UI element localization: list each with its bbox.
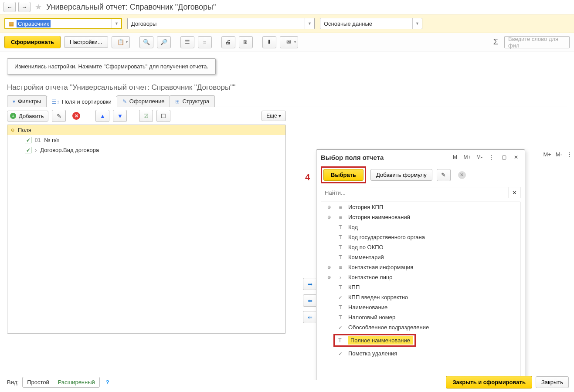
close-button[interactable]: Закрыть: [536, 376, 569, 380]
tree-row[interactable]: ✓01№ п/п: [7, 135, 285, 145]
filter-icon: ▾: [13, 98, 15, 105]
view-simple-button[interactable]: Простой: [23, 377, 54, 380]
close-icon[interactable]: ✕: [512, 153, 520, 161]
sigma-icon[interactable]: Σ: [493, 37, 498, 47]
field-row[interactable]: TКомментарий: [321, 252, 520, 262]
add-formula-button[interactable]: Добавить формулу: [370, 169, 432, 181]
collapse-all-button[interactable]: ≡: [198, 36, 212, 48]
field-row[interactable]: TКод по ОКПО: [321, 242, 520, 252]
object-combo[interactable]: Договоры ▼: [127, 18, 315, 29]
field-label: Полное наименование: [348, 336, 413, 345]
delete-field-button[interactable]: ✕: [69, 110, 83, 122]
variants-button[interactable]: 📋: [112, 36, 130, 48]
save-button[interactable]: ⬇: [262, 36, 276, 48]
tab-fields-sorting[interactable]: ☰↕Поля и сортировки: [46, 96, 117, 107]
check-type-icon: ✓: [337, 294, 344, 301]
field-label: Обособленное подразделение: [348, 324, 429, 331]
field-row[interactable]: TПолное наименование: [321, 332, 520, 348]
select-field-button[interactable]: Выбрать: [323, 169, 363, 181]
move-left-button[interactable]: ⬅: [303, 294, 317, 307]
favorite-star-icon[interactable]: ★: [35, 2, 42, 12]
field-row[interactable]: TКод: [321, 222, 520, 232]
tree-root-label: Поля: [18, 127, 31, 133]
tree-row[interactable]: ✓›Договор.Вид договора: [7, 145, 285, 155]
dropdown-icon[interactable]: ▼: [305, 18, 314, 29]
mem-mminus-button[interactable]: M-: [475, 153, 484, 161]
fields-tree[interactable]: ⊖ Поля ✓01№ п/п✓›Договор.Вид договора: [7, 125, 286, 334]
tab-formatting[interactable]: ✎Оформление: [117, 95, 170, 107]
page-title: Универсальный отчет: Справочник "Договор…: [46, 3, 216, 12]
move-all-left-button[interactable]: ⇐: [303, 311, 317, 323]
find-button[interactable]: 🔍: [139, 36, 153, 48]
expand-icon[interactable]: ⊕: [326, 205, 333, 210]
field-row[interactable]: TНалоговый номер: [321, 312, 520, 322]
checkbox-icon[interactable]: ✓: [25, 137, 31, 143]
mem-mplus-button[interactable]: M+: [463, 153, 472, 161]
field-row[interactable]: ✓Обособленное подразделение: [321, 322, 520, 332]
nav-forward-button[interactable]: →: [18, 2, 31, 12]
field-row[interactable]: ✓Пометка удаления: [321, 348, 520, 358]
text-type-icon: T: [337, 224, 344, 230]
delete-formula-button[interactable]: ✕: [455, 169, 469, 181]
add-field-button[interactable]: + Добавить: [7, 111, 48, 122]
field-search-input[interactable]: [321, 187, 509, 198]
field-row[interactable]: ⊕≡Контактная информация: [321, 262, 520, 272]
expand-icon[interactable]: ⊕: [326, 275, 333, 280]
move-down-button[interactable]: ▼: [113, 110, 127, 122]
tab-structure[interactable]: ⊞Структура: [170, 95, 215, 107]
field-row[interactable]: ⊕≡История КПП: [321, 202, 520, 212]
field-row[interactable]: TКод государственного органа: [321, 232, 520, 242]
settings-dialog-title: Настройки отчета "Универсальный отчет: С…: [7, 83, 567, 92]
more-menu-button[interactable]: Еще ▾: [262, 111, 286, 121]
field-row[interactable]: TНаименование: [321, 302, 520, 312]
field-row[interactable]: TКПП: [321, 282, 520, 292]
available-fields-list[interactable]: ⊕≡История КПП⊕≡История наименованийTКодT…: [321, 202, 520, 380]
edit-field-button[interactable]: ✎: [52, 110, 66, 122]
uncheck-all-button[interactable]: ☐: [156, 110, 170, 122]
settings-button[interactable]: Настройки...: [64, 36, 108, 48]
expand-icon[interactable]: ›: [35, 147, 37, 153]
object-combo-value: Договоры: [131, 20, 156, 27]
list-type-icon: ≡: [337, 214, 344, 220]
help-icon[interactable]: ?: [106, 379, 109, 380]
find-next-button[interactable]: 🔎: [157, 36, 171, 48]
brush-icon: ✎: [122, 98, 127, 105]
more-icon[interactable]: ⋮: [487, 153, 496, 161]
nav-back-button[interactable]: ←: [3, 2, 16, 12]
expand-icon[interactable]: ⊕: [326, 215, 333, 220]
text-type-icon: T: [337, 304, 344, 311]
generate-button[interactable]: Сформировать: [4, 36, 61, 48]
field-row[interactable]: ✓КПП введен корректно: [321, 292, 520, 302]
table-combo[interactable]: Основные данные ▼: [320, 18, 422, 29]
text-type-icon: T: [337, 234, 344, 240]
search-input[interactable]: Введите слово для фил: [504, 36, 570, 48]
type-combo[interactable]: ▦Справочник ▼: [4, 18, 122, 29]
print-preview-button[interactable]: 🗎: [239, 36, 253, 48]
mem-m-button[interactable]: M: [451, 153, 459, 161]
checkbox-icon[interactable]: ✓: [25, 147, 31, 153]
move-right-button[interactable]: ➡: [303, 278, 317, 290]
expand-all-button[interactable]: ☰: [180, 36, 194, 48]
edit-formula-button[interactable]: ✎: [437, 169, 451, 181]
field-row[interactable]: ⊕›Контактное лицо: [321, 272, 520, 282]
field-row[interactable]: ⊕≡История наименований: [321, 212, 520, 222]
maximize-icon[interactable]: ▢: [499, 153, 508, 161]
print-button[interactable]: 🖨: [221, 36, 235, 48]
view-advanced-button[interactable]: Расширенный: [54, 377, 99, 380]
move-up-button[interactable]: ▲: [95, 110, 109, 122]
close-and-generate-button[interactable]: Закрыть и сформировать: [446, 376, 532, 380]
expand-icon[interactable]: ⊕: [326, 265, 333, 270]
send-button[interactable]: ✉: [280, 36, 298, 48]
fields-icon: ☰↕: [52, 99, 59, 105]
view-mode-toggle: Простой Расширенный: [22, 377, 100, 380]
text-type-icon: T: [336, 338, 343, 344]
tree-root-row[interactable]: ⊖ Поля: [7, 125, 285, 135]
list-type-icon: ≡: [337, 204, 344, 210]
dropdown-icon[interactable]: ▼: [412, 18, 422, 29]
dropdown-icon[interactable]: ▼: [112, 19, 121, 28]
field-label: Код по ОКПО: [348, 244, 384, 250]
field-label: Налоговый номер: [348, 314, 395, 321]
check-all-button[interactable]: ☑: [139, 110, 153, 122]
tab-filters[interactable]: ▾Фильтры: [7, 95, 47, 107]
clear-search-button[interactable]: ✕: [509, 187, 520, 198]
